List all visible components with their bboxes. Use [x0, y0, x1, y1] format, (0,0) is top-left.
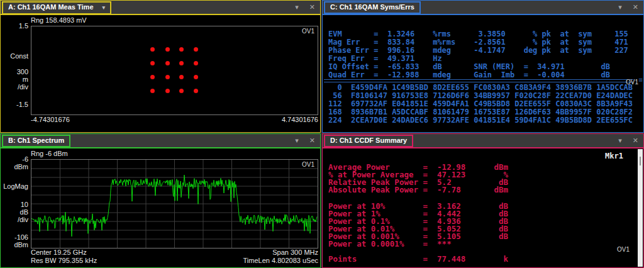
splitter-grip-icon[interactable]: =: [639, 76, 643, 84]
panel-d-title: D: Ch1 CCDF Summary: [330, 137, 407, 144]
symbol-table: 0 E459D4FA 1C49B5BD 8D2EE655 FC0830A3 C8…: [328, 84, 633, 125]
symbol-table-line: 224 2CEA7D0E 24DADEC6 97732AFE 041851E4 …: [328, 116, 633, 125]
constellation-point: [194, 47, 198, 52]
constellation-point: [150, 47, 155, 52]
y-axis-top-label: 1.5: [1, 23, 28, 30]
constellation-point: [165, 89, 170, 93]
center-freq-label: Center 19.25 GHz: [31, 248, 87, 256]
trace-format-label: LogMag: [1, 183, 28, 190]
scale-label: /div: [1, 84, 28, 91]
scale-label: 300: [1, 69, 28, 75]
time-len-label: TimeLen 4.802083 uSec: [243, 257, 318, 264]
collapse-icon[interactable]: ▾: [618, 137, 622, 144]
constellation-point: [165, 47, 170, 52]
panel-b-content: Rng -6 dBm -6 dBm LogMag 10 dB /div -106…: [1, 148, 320, 267]
span-label: Span 300 MHz: [272, 248, 318, 256]
scale-label: dB: [1, 209, 28, 216]
overload-indicator: OV1: [302, 161, 314, 168]
constellation-point: [194, 89, 198, 93]
ccdf-summary-line: Absolute Peak Power = -7.78 dBm: [328, 186, 508, 194]
scale-label: 10: [1, 201, 28, 208]
collapse-icon[interactable]: ▾: [295, 137, 299, 144]
panel-d-tab[interactable]: D: Ch1 CCDF Summary: [324, 135, 413, 147]
constellation-point: [150, 61, 155, 65]
constellation-plot[interactable]: OV1: [31, 26, 318, 115]
panel-ccdf-summary: D: Ch1 CCDF Summary ▾ ✕ Mkr1 Average Pow…: [322, 133, 644, 268]
close-icon[interactable]: ✕: [309, 137, 315, 144]
y-axis-bottom-label: -106: [1, 234, 28, 241]
constellation-point: [179, 89, 184, 93]
constellation-point: [150, 89, 155, 93]
constellation-point: [179, 75, 184, 79]
range-label: Rng -6 dBm: [31, 150, 68, 157]
scale-label: /div: [1, 216, 28, 223]
marker-label: Mkr1: [605, 152, 623, 160]
y-axis-bottom-label: -1.5: [1, 101, 28, 108]
constellation-point: [165, 61, 170, 65]
range-label: Rng 158.4893 mV: [31, 16, 87, 24]
ccdf-power-line: Power at 0.0001% = ***: [328, 240, 508, 248]
res-bw-label: Res BW 795.355 kHz: [31, 257, 97, 264]
scale-label: m: [1, 76, 28, 83]
constellation-point: [179, 61, 184, 65]
panel-c-titlebar: C: Ch1 16QAM Syms/Errs ▾ ✕: [323, 1, 643, 15]
constellation-point: [194, 75, 198, 79]
trace-format-label: Const: [1, 53, 28, 60]
constellation-point: [194, 61, 198, 65]
panel-b-titlebar: B: Ch1 Spectrum ▾ ✕: [1, 134, 320, 148]
x-axis-left-label: -4.74301676: [31, 116, 70, 123]
panel-c-title: C: Ch1 16QAM Syms/Errs: [330, 3, 414, 11]
constellation-point: [165, 75, 170, 79]
spectrum-plot[interactable]: OV1: [31, 159, 318, 248]
panel-d-content: Mkr1 Average Power = -12.98 dBm% at Powe…: [323, 148, 643, 267]
syms-errs-line: Quad Err = -12.988 mdeg Gain Imb = -0.00…: [328, 71, 628, 79]
panel-d-titlebar: D: Ch1 CCDF Summary ▾ ✕: [323, 134, 643, 148]
panel-c-content: EVM = 1.3246 %rms 3.3850 % pk at sym 155…: [323, 15, 643, 132]
collapse-icon[interactable]: ▾: [618, 3, 622, 11]
panel-b-tab[interactable]: B: Ch1 Spectrum: [2, 135, 70, 147]
dropdown-arrow-icon[interactable]: ▾: [103, 4, 106, 11]
collapse-icon[interactable]: ▾: [295, 3, 299, 11]
overload-indicator: OV1: [302, 28, 314, 35]
panel-a-titlebar: A: Ch1 16QAM Meas Time▾ ▾ ✕: [1, 1, 320, 15]
y-axis-top-label: -6: [1, 156, 28, 163]
panel-b-title: B: Ch1 Spectrum: [8, 137, 64, 144]
overload-indicator: OV1: [617, 246, 630, 253]
panel-syms-errs: C: Ch1 16QAM Syms/Errs ▾ ✕ EVM = 1.3246 …: [322, 0, 644, 133]
panel-meas-time: A: Ch1 16QAM Meas Time▾ ▾ ✕ Rng 158.4893…: [0, 0, 321, 133]
panel-c-tab[interactable]: C: Ch1 16QAM Syms/Errs: [324, 1, 421, 14]
close-icon[interactable]: ✕: [633, 137, 638, 144]
constellation-point: [150, 75, 155, 79]
scrollbar-thumb[interactable]: [640, 157, 641, 165]
panel-a-title: A: Ch1 16QAM Meas Time: [8, 3, 94, 11]
vsa-window: A: Ch1 16QAM Meas Time▾ ▾ ✕ Rng 158.4893…: [0, 0, 644, 268]
spectrum-svg: [31, 160, 318, 248]
panel-a-content: Rng 158.4893 mV 1.5 Const 300 m /div -1.…: [1, 15, 320, 132]
ccdf-points-line: Points = 77.448 k: [328, 255, 508, 263]
ccdf-power-block: Power at 10% = 3.162 dBPower at 1% = 4.4…: [328, 203, 508, 248]
y-axis-top-unit: dBm: [1, 164, 28, 170]
splitter-divider[interactable]: [324, 79, 633, 82]
y-axis-bottom-unit: dBm: [1, 242, 28, 248]
close-icon[interactable]: ✕: [309, 3, 315, 11]
panel-a-tab[interactable]: A: Ch1 16QAM Meas Time▾: [2, 1, 111, 14]
vertical-scrollbar[interactable]: [638, 149, 643, 267]
constellation-point: [179, 47, 184, 52]
panel-spectrum: B: Ch1 Spectrum ▾ ✕ Rng -6 dBm -6 dBm Lo…: [0, 133, 321, 268]
error-summary-table: EVM = 1.3246 %rms 3.3850 % pk at sym 155…: [328, 30, 628, 79]
ccdf-summary-block: Average Power = -12.98 dBm% at Power Ave…: [328, 164, 508, 194]
close-icon[interactable]: ✕: [633, 3, 638, 11]
x-axis-right-label: 4.74301676: [282, 116, 318, 123]
